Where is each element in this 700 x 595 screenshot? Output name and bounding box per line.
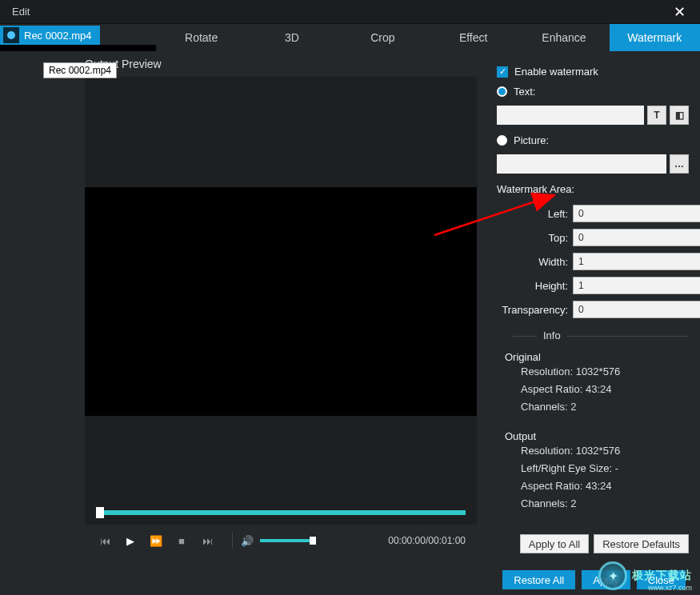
picture-watermark-input[interactable] [497,154,666,174]
left-input[interactable] [573,205,700,222]
video-frame [85,187,477,416]
picture-radio-row: Picture: [497,134,689,146]
text-watermark-input[interactable] [497,106,644,125]
playback-controls: ⏮ ▶ ⏩ ■ ⏭ 🔊 00:00:00/00:01:00 [85,525,477,557]
height-input[interactable] [573,277,700,294]
output-eye: Left/Right Eye Size: - [521,460,689,477]
original-channels: Channels: 2 [521,398,689,416]
picture-watermark-row: … [497,154,689,174]
close-icon[interactable]: ✕ [667,3,692,21]
width-label: Width: [497,256,573,268]
width-input[interactable] [573,253,700,270]
stop-icon[interactable]: ■ [173,532,190,549]
prev-icon[interactable]: ⏮ [96,532,114,549]
badge-text: 极光下载站 [632,569,692,583]
tab-3d[interactable]: 3D [246,24,337,51]
info-output: Output Resolution: 1032*576 Left/Right E… [505,430,689,513]
picture-radio[interactable] [497,135,507,146]
output-aspect: Aspect Ratio: 43:24 [521,477,689,495]
original-resolution: Resolution: 1032*576 [521,363,689,381]
main: Output Preview ⏮ ▶ ⏩ ■ ⏭ 🔊 00:00:00/00:0… [0,51,700,565]
text-radio-row: Text: [497,86,689,98]
tab-crop[interactable]: Crop [338,24,428,51]
footer: Restore All Apply Close [0,565,700,595]
output-channels: Channels: 2 [521,495,689,513]
volume-thumb[interactable] [310,537,316,545]
badge-icon [598,561,627,590]
height-spinner[interactable]: ▲▼ [573,277,618,294]
transparency-spinner[interactable]: ▲▼ [573,301,618,318]
width-spinner[interactable]: ▲▼ [573,253,618,270]
text-watermark-row: T ◧ [497,106,689,125]
volume-slider[interactable] [260,539,316,542]
text-radio-label: Text: [514,86,535,98]
file-tooltip: Rec 0002.mp4 [43,62,117,78]
top-spinner[interactable]: ▲▼ [573,229,618,246]
tab-enhance[interactable]: Enhance [518,24,609,51]
right-panel: Enable watermark Text: T ◧ Picture: … Wa… [486,51,700,565]
restore-all-button[interactable]: Restore All [502,570,575,589]
left-label: Left: [497,208,573,220]
original-label: Original [505,351,689,363]
timeline-slider[interactable] [96,510,466,515]
next-icon[interactable]: ⏭ [198,532,216,549]
time-display: 00:00:00/00:01:00 [388,535,466,546]
text-radio[interactable] [497,86,507,97]
transparency-label: Transparency: [497,304,573,316]
left-panel: Output Preview ⏮ ▶ ⏩ ■ ⏭ 🔊 00:00:00/00:0… [0,51,486,565]
height-row: Height: ▲▼ [497,277,689,294]
width-row: Width: ▲▼ [497,253,689,270]
left-spinner[interactable]: ▲▼ [573,205,618,222]
enable-watermark-label: Enable watermark [514,66,598,78]
output-label: Output [505,430,689,442]
site-watermark: 极光下载站 www.xz7.com [598,561,692,590]
top-row: Top: ▲▼ [497,229,689,246]
browse-button[interactable]: … [670,154,689,174]
tab-rotate[interactable]: Rotate [156,24,246,51]
file-tab[interactable]: Rec 0002.mp4 [0,26,100,45]
info-original: Original Resolution: 1032*576 Aspect Rat… [505,351,689,416]
info-header: Info [537,329,567,341]
watermark-area-label: Watermark Area: [497,183,689,195]
play-icon[interactable]: ▶ [122,532,139,549]
tab-effect[interactable]: Effect [428,24,518,51]
enable-watermark-row: Enable watermark [497,66,689,78]
fastfwd-icon[interactable]: ⏩ [147,532,165,549]
color-button[interactable]: ◧ [670,106,689,125]
window-title: Edit [8,6,30,18]
volume-icon[interactable]: 🔊 [241,535,254,547]
height-label: Height: [497,280,573,292]
timeline-thumb[interactable] [96,507,104,518]
output-resolution: Resolution: 1032*576 [521,442,689,460]
original-aspect: Aspect Ratio: 43:24 [521,381,689,398]
separator [232,533,233,549]
preview-area [85,77,477,525]
tab-watermark[interactable]: Watermark [610,24,700,51]
transparency-input[interactable] [573,301,700,318]
panel-buttons: Apply to All Restore Defaults [520,534,689,553]
file-tab-label: Rec 0002.mp4 [24,30,92,42]
enable-watermark-checkbox[interactable] [497,66,508,78]
picture-radio-label: Picture: [514,134,549,146]
top-label: Top: [497,232,573,244]
tabs: Rotate 3D Crop Effect Enhance Watermark [156,24,700,51]
font-button[interactable]: T [647,106,666,125]
info-divider: Info [513,336,689,337]
top-input[interactable] [573,229,700,246]
titlebar: Edit ✕ [0,0,700,24]
apply-to-all-button[interactable]: Apply to All [520,534,589,553]
transparency-row: Transparency: ▲▼ [497,301,689,318]
restore-defaults-button[interactable]: Restore Defaults [594,534,689,553]
left-row: Left: ▲▼ [497,205,689,222]
file-icon [3,27,19,43]
badge-subtext: www.xz7.com [648,584,692,592]
